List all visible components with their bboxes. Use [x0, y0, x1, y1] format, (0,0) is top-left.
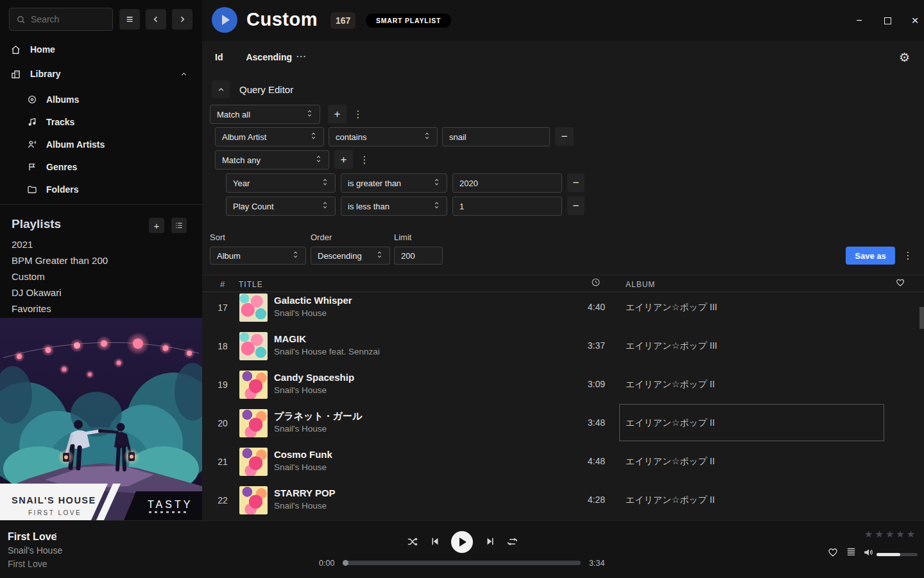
rule-value-input-3[interactable] — [459, 202, 555, 211]
track-row[interactable]: 22 STARRY POP Snail's House 4:28 エイリアン☆ポ… — [202, 481, 924, 520]
playlist-item[interactable]: 2021 — [12, 239, 178, 250]
rule-value-input-1[interactable] — [449, 132, 543, 142]
sort-field-button[interactable]: Id — [215, 52, 223, 62]
sidebar-item-genres[interactable]: Genres — [0, 158, 202, 176]
seek-handle[interactable] — [343, 560, 348, 566]
playlist-item[interactable]: Custom — [12, 271, 178, 282]
limit-label: Limit — [394, 232, 411, 242]
back-button[interactable] — [146, 9, 166, 30]
seek-bar[interactable] — [343, 561, 581, 565]
star-icon[interactable]: ★ — [896, 529, 906, 539]
track-row[interactable]: 21 Cosmo Funk Snail's House 4:48 エイリアン☆ポ… — [202, 442, 924, 481]
query-editor-collapse-button[interactable] — [212, 80, 230, 98]
search-box[interactable] — [9, 8, 113, 31]
now-playing-title[interactable]: First Love — [8, 531, 56, 543]
remove-rule-button-2[interactable]: − — [567, 173, 585, 192]
next-track-button[interactable] — [484, 536, 496, 550]
play-pause-button[interactable] — [451, 531, 473, 553]
now-playing-artist[interactable]: Snail's House — [8, 545, 62, 556]
add-rule-button-1[interactable]: + — [328, 105, 346, 123]
add-rule-button-2[interactable]: + — [334, 150, 353, 169]
star-icon[interactable]: ★ — [864, 529, 875, 539]
rule-value-field-2[interactable] — [452, 173, 562, 193]
sort-select[interactable]: Album — [210, 247, 306, 265]
sort-direction-button[interactable]: Ascending — [246, 52, 292, 62]
volume-icon[interactable] — [863, 547, 875, 561]
column-title[interactable]: TITLE — [239, 280, 263, 289]
playlist-item[interactable]: Favorites — [12, 303, 178, 314]
forward-button[interactable] — [172, 9, 193, 30]
more-options-button[interactable]: ⋯ — [296, 50, 306, 62]
rule-operator-select-1[interactable]: contains — [329, 127, 438, 146]
add-playlist-button[interactable]: + — [149, 218, 164, 233]
now-playing-menu-button[interactable]: ⋮ — [51, 531, 60, 541]
rule-field-select-2[interactable]: Year — [226, 173, 336, 193]
remove-rule-button-3[interactable]: − — [567, 197, 585, 215]
rating-stars[interactable]: ★★★★★ — [864, 529, 917, 540]
duration-clock-icon[interactable] — [591, 277, 601, 287]
previous-track-button[interactable] — [429, 536, 441, 550]
column-number[interactable]: # — [220, 279, 225, 289]
playlist-list-button[interactable] — [171, 218, 187, 233]
settings-gear-icon[interactable]: ⚙ — [899, 50, 910, 65]
favorite-heart-button[interactable] — [827, 547, 839, 561]
track-row[interactable]: 19 Candy Spaceship Snail's House 3:09 エイ… — [202, 365, 924, 404]
group-menu-button-2[interactable]: ⋮ — [359, 150, 370, 169]
sidebar-item-album-artists[interactable]: Album Artists — [0, 136, 202, 153]
total-time: 3:34 — [589, 559, 604, 568]
rule-field-select-1[interactable]: Album Artist — [215, 127, 324, 146]
star-icon[interactable]: ★ — [907, 529, 917, 539]
match-type-select-2[interactable]: Match any — [215, 150, 329, 170]
maximize-button[interactable] — [878, 14, 897, 27]
repeat-button[interactable] — [506, 536, 518, 550]
chevron-up-icon[interactable] — [180, 70, 188, 78]
track-row[interactable]: 20 プラネット・ガール Snail's House 3:48 エイリアン☆ポッ… — [202, 404, 924, 442]
favorite-heart-icon[interactable] — [895, 277, 905, 288]
sidebar-item-folders[interactable]: Folders — [0, 180, 202, 198]
shuffle-button[interactable] — [406, 536, 418, 550]
order-select[interactable]: Descending — [311, 247, 390, 265]
order-label: Order — [311, 232, 332, 242]
star-icon[interactable]: ★ — [875, 529, 885, 539]
menu-button[interactable]: ≡ — [119, 9, 140, 30]
save-menu-button[interactable]: ⋮ — [902, 247, 914, 265]
minimize-button[interactable]: − — [850, 14, 869, 27]
select-updown-icon — [424, 132, 431, 142]
remove-rule-button-1[interactable]: − — [555, 127, 574, 146]
playlist-item[interactable]: BPM Greater than 200 — [12, 255, 178, 266]
now-playing-album[interactable]: First Love — [8, 559, 47, 569]
rule-value-field-3[interactable] — [452, 197, 562, 216]
close-button[interactable]: × — [905, 14, 924, 27]
queue-button[interactable] — [846, 547, 857, 560]
group-menu-button-1[interactable]: ⋮ — [352, 105, 364, 123]
star-icon[interactable]: ★ — [886, 529, 896, 539]
sidebar-item-tracks[interactable]: Tracks — [0, 113, 202, 131]
rule-value-field-1[interactable] — [442, 127, 550, 146]
track-row[interactable]: 17 Galactic Whisper Snail's House 4:40 エ… — [202, 293, 924, 327]
play-playlist-button[interactable] — [212, 7, 237, 33]
limit-field[interactable] — [394, 247, 443, 265]
tracklist-scrollbar[interactable] — [920, 307, 924, 329]
tracklist: 17 Galactic Whisper Snail's House 4:40 エ… — [202, 293, 924, 520]
playlist-item[interactable]: DJ Okawari — [12, 287, 178, 298]
rule-value-input-2[interactable] — [459, 179, 555, 188]
sidebar-item-label: Genres — [46, 162, 77, 172]
sidebar-topbar: ≡ — [0, 0, 202, 39]
sidebar-item-library[interactable]: Library — [0, 65, 202, 83]
save-as-button[interactable]: Save as — [846, 247, 895, 265]
plus-icon: + — [334, 108, 341, 121]
volume-slider[interactable] — [877, 553, 918, 556]
sidebar-item-home[interactable]: Home — [0, 40, 202, 58]
now-playing-album-art[interactable]: SNAIL'S HOUSE FIRST LOVE TASTY — [0, 318, 202, 520]
search-input[interactable] — [31, 14, 101, 24]
match-type-select-1[interactable]: Match all — [210, 105, 320, 124]
chevron-right-icon — [178, 15, 187, 24]
limit-input[interactable] — [401, 251, 436, 261]
column-album[interactable]: ALBUM — [626, 280, 655, 289]
list-icon — [175, 221, 184, 230]
rule-operator-select-3[interactable]: is less than — [341, 197, 447, 216]
rule-operator-select-2[interactable]: is greater than — [341, 173, 447, 193]
track-row[interactable]: 18 MAGIK Snail's House feat. Sennzai 3:3… — [202, 327, 924, 365]
rule-field-select-3[interactable]: Play Count — [226, 197, 336, 216]
sidebar-item-albums[interactable]: Albums — [0, 91, 202, 109]
